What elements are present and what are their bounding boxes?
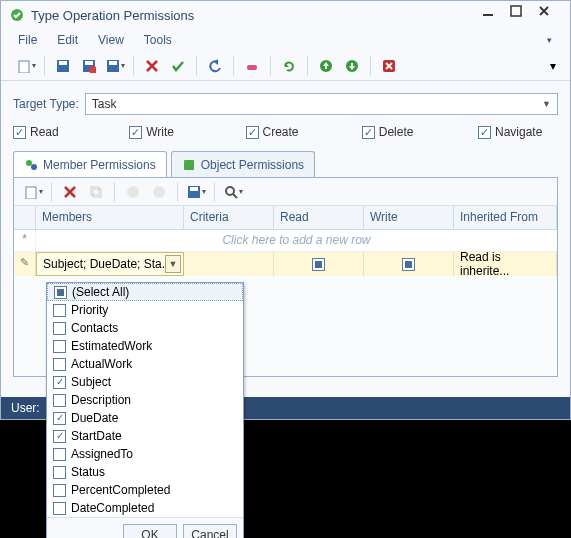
grid-prev-button[interactable] [122, 181, 144, 203]
delete-button[interactable] [141, 55, 163, 77]
dropdown-option[interactable]: ✓Subject [47, 373, 243, 391]
save-button[interactable] [52, 55, 74, 77]
dropdown-option[interactable]: AssignedTo [47, 445, 243, 463]
dropdown-option[interactable]: Priority [47, 301, 243, 319]
minimize-button[interactable] [482, 5, 506, 25]
maximize-button[interactable] [510, 5, 534, 25]
dropdown-option[interactable]: (Select All) [47, 283, 243, 301]
accept-button[interactable] [167, 55, 189, 77]
grid-export-button[interactable] [185, 181, 207, 203]
permission-flags-row: ✓Read ✓Write ✓Create ✓Delete ✓Navigate [13, 125, 558, 139]
grid-search-button[interactable] [222, 181, 244, 203]
stop-button[interactable] [378, 55, 400, 77]
new-button[interactable] [15, 55, 37, 77]
edit-indicator-icon: ✎ [14, 252, 36, 276]
dropdown-buttons: OK Cancel [47, 517, 243, 538]
clear-button[interactable] [241, 55, 263, 77]
target-type-combo[interactable]: Task ▼ [85, 93, 558, 115]
dropdown-option-label: EstimatedWork [71, 339, 152, 353]
dropdown-option[interactable]: Status [47, 463, 243, 481]
status-user: User: [11, 401, 40, 415]
checkbox-icon [53, 358, 66, 371]
target-type-label: Target Type: [13, 97, 79, 111]
dropdown-option[interactable]: ✓StartDate [47, 427, 243, 445]
dropdown-option[interactable]: ✓DueDate [47, 409, 243, 427]
dropdown-option[interactable]: ActualWork [47, 355, 243, 373]
menu-file[interactable]: File [15, 31, 40, 49]
read-cell[interactable] [274, 252, 364, 276]
grid-next-button[interactable] [148, 181, 170, 203]
col-write[interactable]: Write [364, 206, 454, 229]
checkbox-icon [53, 304, 66, 317]
window-title: Type Operation Permissions [31, 8, 478, 23]
dropdown-option[interactable]: DateCompleted [47, 499, 243, 517]
dropdown-option-label: ActualWork [71, 357, 132, 371]
save-as-button[interactable] [104, 55, 126, 77]
menu-tools[interactable]: Tools [141, 31, 175, 49]
members-icon [24, 158, 38, 172]
tab-object-permissions[interactable]: Object Permissions [171, 151, 315, 177]
checkbox-icon [53, 322, 66, 335]
dropdown-option[interactable]: Contacts [47, 319, 243, 337]
svg-rect-2 [511, 6, 521, 16]
checkbox-icon: ✓ [53, 430, 66, 443]
svg-rect-18 [26, 187, 36, 199]
dropdown-option-label: DueDate [71, 411, 118, 425]
grid-header: Members Criteria Read Write Inherited Fr… [14, 206, 557, 230]
cancel-button[interactable]: Cancel [183, 524, 237, 538]
grid-new-button[interactable] [22, 181, 44, 203]
svg-rect-3 [19, 61, 29, 73]
dropdown-option[interactable]: Description [47, 391, 243, 409]
write-checkbox[interactable]: ✓Write [129, 125, 209, 139]
read-checkbox[interactable]: ✓Read [13, 125, 93, 139]
write-cell[interactable] [364, 252, 454, 276]
grid-toolbar [14, 178, 557, 206]
checkbox-icon [53, 502, 66, 515]
refresh-button[interactable] [278, 55, 300, 77]
svg-rect-24 [190, 187, 198, 191]
checkbox-icon [53, 466, 66, 479]
titlebar: Type Operation Permissions [1, 1, 570, 29]
save-close-button[interactable] [78, 55, 100, 77]
svg-rect-17 [184, 160, 194, 170]
data-row[interactable]: ✎ Subject; DueDate; Sta... ▼ Read is inh… [14, 252, 557, 276]
create-checkbox[interactable]: ✓Create [246, 125, 326, 139]
svg-rect-1 [483, 14, 493, 16]
dropdown-option-label: Description [71, 393, 131, 407]
members-dropdown-button[interactable]: ▼ [165, 255, 181, 273]
checkbox-icon [54, 286, 67, 299]
close-button[interactable] [538, 5, 562, 25]
menu-view[interactable]: View [95, 31, 127, 49]
down-button[interactable] [341, 55, 363, 77]
menu-overflow[interactable]: ▾ [543, 33, 556, 47]
svg-rect-11 [247, 65, 257, 70]
col-members[interactable]: Members [36, 206, 184, 229]
ok-button[interactable]: OK [123, 524, 177, 538]
grid-copy-button[interactable] [85, 181, 107, 203]
grid-delete-button[interactable] [59, 181, 81, 203]
navigate-checkbox[interactable]: ✓Navigate [478, 125, 558, 139]
checkbox-icon [53, 394, 66, 407]
new-row-placeholder[interactable]: * Click here to add a new row [14, 230, 557, 252]
checkbox-icon [53, 448, 66, 461]
tab-member-permissions[interactable]: Member Permissions [13, 151, 167, 177]
object-icon [182, 158, 196, 172]
dropdown-option[interactable]: PercentCompleted [47, 481, 243, 499]
svg-rect-20 [93, 189, 101, 197]
menu-edit[interactable]: Edit [54, 31, 81, 49]
delete-checkbox[interactable]: ✓Delete [362, 125, 442, 139]
dropdown-option-label: Contacts [71, 321, 118, 335]
col-criteria[interactable]: Criteria [184, 206, 274, 229]
svg-point-16 [31, 164, 37, 170]
dropdown-option-label: AssignedTo [71, 447, 133, 461]
criteria-cell[interactable] [184, 252, 274, 276]
svg-rect-7 [85, 61, 93, 65]
toolbar-overflow[interactable]: ▾ [550, 59, 556, 73]
col-inherited[interactable]: Inherited From [454, 206, 557, 229]
col-read[interactable]: Read [274, 206, 364, 229]
dropdown-option-label: Status [71, 465, 105, 479]
members-cell[interactable]: Subject; DueDate; Sta... ▼ [36, 252, 184, 276]
up-button[interactable] [315, 55, 337, 77]
undo-button[interactable] [204, 55, 226, 77]
dropdown-option[interactable]: EstimatedWork [47, 337, 243, 355]
